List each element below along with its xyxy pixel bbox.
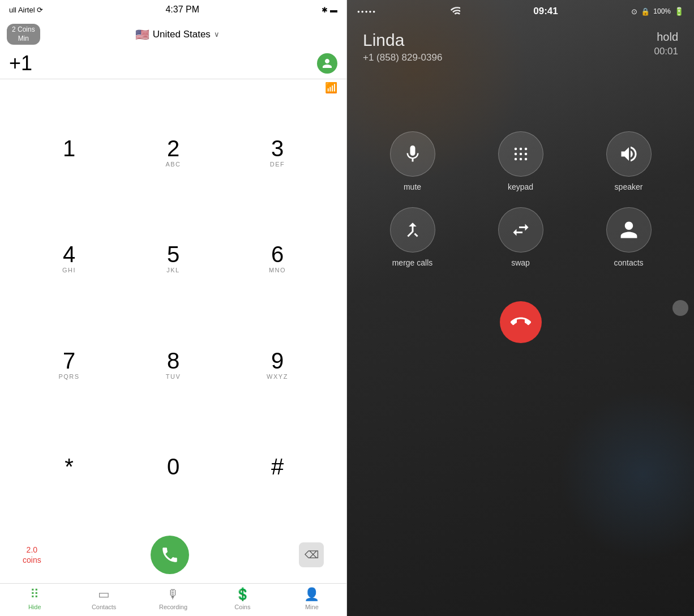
call-buttons-grid: mute keypad speaker [347, 103, 694, 284]
left-phone: ull Airtel ⟳ 4:37 PM ✱ ▬ 2 Coins Min 🇺🇸 … [0, 0, 347, 616]
svg-point-6 [524, 153, 527, 156]
key-1[interactable]: 1 [17, 100, 121, 206]
svg-point-1 [514, 148, 517, 151]
battery-icon: 🔋 [674, 7, 684, 16]
battery-area: ✱ ▬ [322, 6, 337, 14]
keypad-grid: 1 2 ABC 3 DEF 4 GHI 5 JKL 6 MNO 7 PQRS 8 [0, 94, 346, 530]
country-selector[interactable]: 🇺🇸 United States ∨ [135, 28, 220, 41]
chevron-down-icon: ∨ [214, 30, 220, 38]
tab-hide-label: Hide [28, 604, 41, 610]
end-call-area [347, 284, 694, 354]
grid-icon: ⠿ [30, 587, 39, 602]
contacts-call-button[interactable]: contacts [580, 207, 677, 267]
tab-contacts[interactable]: ▭ Contacts [69, 587, 138, 610]
contacts-call-button-circle [606, 207, 652, 253]
svg-point-8 [519, 158, 522, 161]
speaker-label: speaker [615, 182, 643, 191]
left-status-bar: ull Airtel ⟳ 4:37 PM ✱ ▬ [0, 0, 346, 19]
svg-point-5 [519, 153, 522, 156]
merge-calls-button-circle [390, 207, 435, 253]
settings-icon: ⊙ [631, 7, 637, 16]
right-status-bar: ●●●●● 09:41 ⊙ 🔒 100% 🔋 [347, 0, 694, 20]
speaker-button-circle [606, 131, 652, 177]
contacts-label: contacts [614, 258, 643, 267]
key-6[interactable]: 6 MNO [225, 206, 329, 312]
call-status-area: hold 00:01 [654, 31, 678, 63]
speaker-button[interactable]: speaker [580, 131, 677, 191]
tab-recording-label: Recording [159, 604, 187, 610]
tab-contacts-label: Contacts [92, 604, 116, 610]
svg-point-4 [514, 153, 517, 156]
merge-calls-label: merge calls [392, 258, 433, 267]
coins-icon: 💲 [235, 587, 250, 602]
right-phone: ●●●●● 09:41 ⊙ 🔒 100% 🔋 Linda +1 (858) 82… [347, 0, 694, 616]
battery-text: 100% [653, 7, 671, 15]
svg-point-3 [524, 148, 527, 151]
top-bar: 2 Coins Min 🇺🇸 United States ∨ [0, 19, 346, 48]
tab-mine[interactable]: 👤 Mine [277, 587, 346, 610]
call-contact-area: Linda +1 (858) 829-0396 hold 00:01 [347, 20, 694, 69]
tab-coins[interactable]: 💲 Coins [208, 587, 277, 610]
key-3[interactable]: 3 DEF [225, 100, 329, 206]
mute-button-circle [390, 131, 435, 177]
swap-button-circle [498, 207, 543, 253]
call-hold-status: hold [654, 31, 678, 44]
contact-name: Linda [363, 31, 442, 50]
tab-coins-label: Coins [234, 604, 250, 610]
dial-number: +1 [9, 52, 317, 75]
carrier-text: ull Airtel ⟳ [9, 6, 43, 14]
tab-hide[interactable]: ⠿ Hide [0, 587, 69, 610]
contact-info: Linda +1 (858) 829-0396 [363, 31, 442, 63]
contacts-icon: ▭ [98, 587, 110, 602]
key-5[interactable]: 5 JKL [121, 206, 225, 312]
key-0[interactable]: 0 [121, 418, 225, 524]
merge-calls-button[interactable]: merge calls [364, 207, 461, 267]
recording-icon: 🎙 [167, 587, 179, 602]
key-9[interactable]: 9 WXYZ [225, 312, 329, 418]
key-4[interactable]: 4 GHI [17, 206, 121, 312]
key-2[interactable]: 2 ABC [121, 100, 225, 206]
mute-button[interactable]: mute [364, 131, 461, 191]
swap-label: swap [511, 258, 530, 267]
tab-mine-label: Mine [305, 604, 319, 610]
country-name: United States [153, 29, 211, 40]
left-tab-bar: ⠿ Hide ▭ Contacts 🎙 Recording 💲 Coins 👤 … [0, 583, 346, 616]
svg-point-2 [519, 148, 522, 151]
coins-badge: 2 Coins Min [7, 24, 40, 45]
svg-point-7 [514, 158, 517, 161]
lock-icon: 🔒 [641, 7, 650, 16]
country-flag: 🇺🇸 [135, 28, 149, 41]
key-hash[interactable]: # [225, 418, 329, 524]
mine-icon: 👤 [304, 587, 319, 602]
key-star[interactable]: * [17, 418, 121, 524]
tab-recording[interactable]: 🎙 Recording [139, 587, 208, 610]
left-time: 4:37 PM [165, 5, 199, 15]
bottom-actions: 2.0coins ⌫ [0, 530, 346, 583]
signal-dots: ●●●●● [357, 9, 376, 14]
wifi-icon [450, 7, 460, 16]
key-8[interactable]: 8 TUV [121, 312, 225, 418]
add-contact-button[interactable] [317, 53, 337, 74]
signal-bars-area: 📶 [0, 79, 346, 94]
call-button[interactable] [151, 536, 189, 574]
call-timer: 00:01 [654, 46, 678, 57]
right-time: 09:41 [533, 6, 558, 17]
dial-input-area: +1 [0, 48, 346, 79]
keypad-label: keypad [508, 182, 533, 191]
keypad-button-circle [498, 131, 543, 177]
keypad-button[interactable]: keypad [472, 131, 569, 191]
backspace-icon: ⌫ [305, 549, 319, 561]
scroll-indicator [672, 300, 688, 316]
coins-cost: 2.0coins [23, 545, 41, 565]
swap-button[interactable]: swap [472, 207, 569, 267]
contact-number: +1 (858) 829-0396 [363, 52, 442, 63]
right-status-icons: ⊙ 🔒 100% 🔋 [631, 7, 684, 16]
svg-point-9 [524, 158, 527, 161]
end-call-button[interactable] [500, 301, 542, 343]
backspace-button[interactable]: ⌫ [299, 542, 324, 567]
key-7[interactable]: 7 PQRS [17, 312, 121, 418]
signal-bars-icon: 📶 [325, 82, 337, 94]
mute-label: mute [404, 182, 421, 191]
